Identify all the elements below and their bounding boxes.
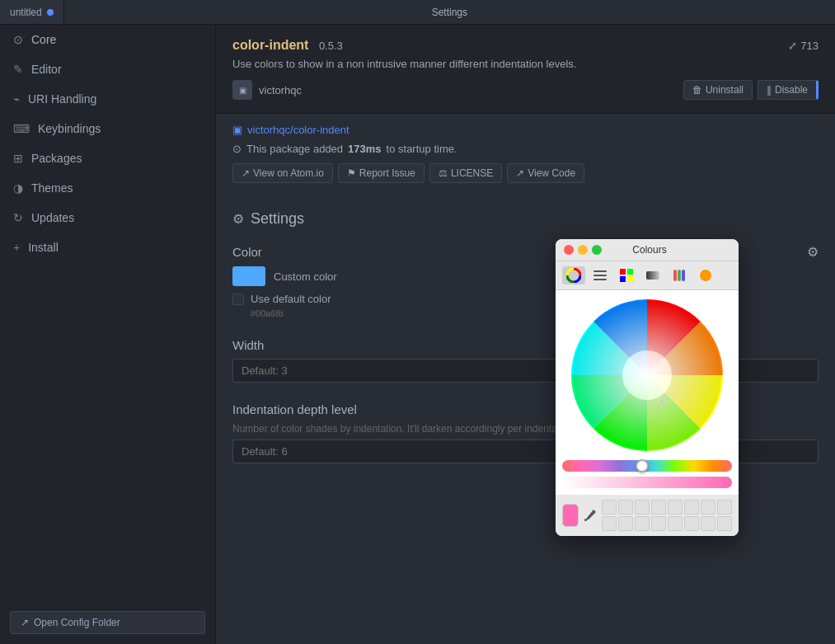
settings-section: ⚙ Settings Color ⚙ Custom color Use defa… [216, 194, 835, 500]
cp-tab-crayons[interactable] [668, 266, 691, 284]
cp-tab-sliders[interactable] [589, 266, 612, 284]
swatch-1[interactable] [602, 500, 617, 515]
core-icon: ⊙ [13, 33, 23, 46]
tab-settings[interactable]: Settings [64, 0, 835, 24]
svg-rect-1 [593, 270, 607, 272]
eyedropper-tool[interactable] [584, 505, 597, 525]
updates-icon: ↻ [13, 211, 23, 224]
swatch-5[interactable] [668, 500, 683, 515]
sidebar-label-keybindings: Keybindings [38, 122, 101, 135]
minimize-button[interactable] [578, 245, 588, 255]
avatar-placeholder: ▣ [239, 86, 246, 95]
sidebar-label-packages: Packages [31, 152, 82, 165]
sidebar-item-uri-handling[interactable]: ⌁ URI Handling [0, 84, 215, 114]
license-button[interactable]: ⚖ LICENSE [429, 163, 502, 183]
color-custom-label: Custom color [274, 270, 337, 283]
package-title-row: color-indent 0.5.3 ⤢ 713 [232, 38, 819, 53]
package-name: color-indent [232, 38, 308, 52]
view-code-button[interactable]: ↗ View Code [507, 163, 584, 183]
sidebar-item-editor[interactable]: ✎ Editor [0, 54, 215, 84]
swatch-6[interactable] [684, 500, 699, 515]
color-picker-bottom [556, 495, 739, 536]
use-default-color-label: Use default color [251, 293, 331, 305]
swatch-16[interactable] [717, 516, 732, 531]
current-color-preview [562, 504, 579, 527]
settings-heading: ⚙ Settings [232, 210, 819, 228]
cp-tab-palette[interactable] [615, 266, 638, 284]
repo-icon: ▣ [232, 124, 242, 136]
themes-icon: ◑ [13, 181, 23, 195]
svg-rect-6 [620, 276, 626, 282]
sidebar-item-keybindings[interactable]: ⌨ Keybindings [0, 114, 215, 143]
color-swatch[interactable] [232, 266, 265, 286]
sidebar: ⊙ Core ✎ Editor ⌁ URI Handling ⌨ Keybind… [0, 25, 216, 644]
open-config-button[interactable]: ↗ Open Config Folder [10, 611, 205, 634]
color-wheel-area[interactable] [556, 290, 739, 460]
tab-title: untitled [10, 7, 42, 18]
sidebar-item-core[interactable]: ⊙ Core [0, 25, 215, 54]
external-link-icon: ↗ [242, 167, 250, 179]
view-on-atomio-button[interactable]: ↗ View on Atom.io [232, 163, 333, 183]
package-action-buttons: 🗑 Uninstall ‖ Disable [683, 80, 819, 100]
trash-icon: 🗑 [692, 84, 702, 96]
svg-rect-9 [673, 270, 677, 281]
swatch-2[interactable] [618, 500, 633, 515]
svg-point-16 [622, 350, 672, 400]
swatch-10[interactable] [618, 516, 633, 531]
color-picker-title: Colours [632, 244, 666, 256]
install-icon: + [13, 241, 20, 254]
sidebar-item-updates[interactable]: ↻ Updates [0, 203, 215, 233]
svg-rect-11 [682, 270, 685, 281]
adjust-icon[interactable]: ⚙ [807, 244, 819, 260]
disable-button[interactable]: ‖ Disable [758, 80, 819, 100]
color-picker-window[interactable]: Colours [556, 239, 739, 536]
hue-slider-thumb[interactable] [636, 459, 649, 472]
svg-rect-10 [678, 270, 681, 281]
color-swatches [602, 500, 732, 531]
hue-slider[interactable] [562, 460, 732, 472]
settings-gear-icon: ⚙ [232, 211, 244, 227]
use-default-color-checkbox[interactable] [232, 294, 244, 305]
color-picker-titlebar: Colours [556, 239, 739, 261]
sidebar-item-themes[interactable]: ◑ Themes [0, 173, 215, 203]
sidebar-item-packages[interactable]: ⊞ Packages [0, 143, 215, 173]
pause-icon: ‖ [767, 84, 772, 96]
swatch-15[interactable] [701, 516, 715, 531]
swatch-14[interactable] [684, 516, 699, 531]
sidebar-item-install[interactable]: + Install [0, 233, 215, 262]
swatch-4[interactable] [651, 500, 666, 515]
package-description: Use colors to show in a non intrusive ma… [232, 58, 819, 70]
uninstall-button[interactable]: 🗑 Uninstall [683, 80, 753, 100]
swatch-12[interactable] [651, 516, 666, 531]
maximize-button[interactable] [592, 245, 602, 255]
uri-handling-icon: ⌁ [13, 92, 20, 106]
tab-modified-dot [47, 9, 54, 16]
swatch-3[interactable] [635, 500, 650, 515]
swatch-13[interactable] [668, 516, 683, 531]
close-button[interactable] [564, 245, 574, 255]
color-wheel-svg[interactable] [569, 297, 725, 454]
package-meta: ▣ victorhqc/color-indent ⊙ This package … [216, 114, 835, 194]
cp-tab-orange[interactable] [694, 266, 717, 284]
startup-duration: 173ms [348, 143, 381, 155]
package-repo-link[interactable]: ▣ victorhqc/color-indent [232, 124, 819, 136]
svg-point-12 [700, 270, 711, 281]
swatch-8[interactable] [717, 500, 732, 515]
sidebar-label-core: Core [31, 33, 56, 46]
opacity-slider[interactable] [562, 477, 732, 488]
swatch-9[interactable] [602, 516, 617, 531]
swatch-7[interactable] [701, 500, 715, 515]
flag-icon: ⚑ [347, 167, 356, 179]
report-issue-button[interactable]: ⚑ Report Issue [338, 163, 425, 183]
sidebar-label-updates: Updates [31, 211, 74, 224]
cp-tab-wheel[interactable] [562, 266, 585, 284]
tab-untitled[interactable]: untitled [0, 0, 64, 24]
cp-tab-gradient[interactable] [641, 266, 664, 284]
sidebar-label-themes: Themes [31, 181, 73, 195]
main-layout: ⊙ Core ✎ Editor ⌁ URI Handling ⌨ Keybind… [0, 25, 835, 644]
code-icon: ↗ [516, 167, 524, 179]
color-wheel[interactable] [569, 297, 725, 454]
swatch-11[interactable] [635, 516, 650, 531]
svg-rect-5 [627, 269, 633, 275]
keybindings-icon: ⌨ [13, 122, 30, 135]
